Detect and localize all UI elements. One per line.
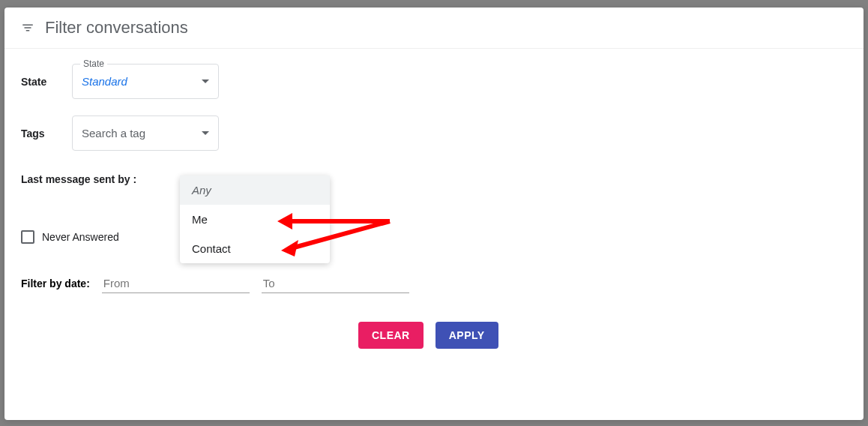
- tags-label: Tags: [21, 128, 72, 140]
- dropdown-option-me[interactable]: Me: [180, 205, 330, 234]
- date-to-input[interactable]: [262, 274, 409, 293]
- chevron-down-icon: [202, 131, 209, 135]
- tags-dropdown[interactable]: Search a tag: [72, 116, 219, 151]
- dropdown-option-contact[interactable]: Contact: [180, 234, 330, 263]
- modal-content: State State Standard Tags Search a tag L…: [4, 49, 864, 364]
- state-label: State: [21, 76, 72, 88]
- state-row: State State Standard: [21, 64, 847, 99]
- button-row: CLEAR APPLY: [358, 322, 847, 349]
- filter-date-label: Filter by date:: [21, 278, 90, 290]
- chevron-down-icon: [202, 80, 209, 83]
- filter-modal: Filter conversations State State Standar…: [4, 8, 864, 420]
- filter-date-row: Filter by date:: [21, 274, 847, 293]
- apply-button[interactable]: APPLY: [435, 322, 498, 349]
- tags-row: Tags Search a tag: [21, 116, 847, 151]
- filter-icon: [21, 21, 34, 34]
- state-dropdown[interactable]: State Standard: [72, 64, 219, 99]
- tags-placeholder: Search a tag: [82, 127, 145, 140]
- last-message-row: Last message sent by :: [21, 173, 847, 185]
- dropdown-option-any[interactable]: Any: [180, 176, 330, 205]
- state-value: Standard: [82, 75, 127, 88]
- modal-header: Filter conversations: [4, 8, 864, 49]
- never-answered-row: Never Answered: [21, 230, 847, 244]
- last-message-dropdown-menu: Any Me Contact: [180, 176, 330, 263]
- never-answered-label: Never Answered: [42, 231, 119, 243]
- clear-button[interactable]: CLEAR: [358, 322, 424, 349]
- modal-title: Filter conversations: [45, 18, 188, 38]
- never-answered-checkbox[interactable]: [21, 230, 34, 244]
- date-from-input[interactable]: [102, 274, 250, 293]
- last-message-label: Last message sent by :: [21, 173, 136, 185]
- state-top-label: State: [80, 58, 107, 69]
